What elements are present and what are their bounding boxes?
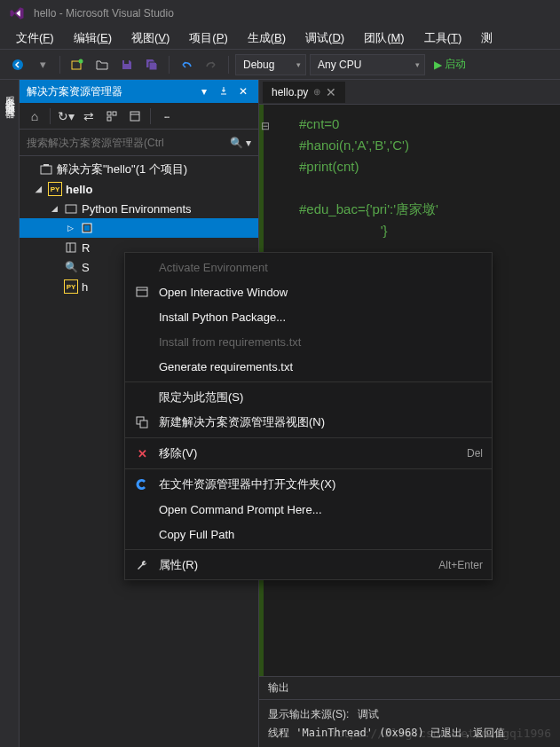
menu-item[interactable]: 调试(D)	[296, 28, 353, 49]
output-header: 输出	[259, 677, 560, 700]
refs-label: R	[82, 241, 90, 255]
svg-rect-11	[66, 205, 76, 213]
menu-item[interactable]: 生成(B)	[239, 28, 295, 49]
start-debug-button[interactable]: ▶ 启动	[429, 57, 471, 72]
context-menu-item[interactable]: Open Interactive Window	[125, 279, 492, 304]
env-folder-node[interactable]: ◢ Python Environments	[20, 199, 258, 218]
env-node[interactable]: ▷	[20, 218, 258, 238]
svg-rect-16	[137, 287, 147, 296]
project-node[interactable]: ◢ PY hello	[20, 179, 258, 199]
tab-label: hello.py	[272, 86, 308, 98]
open-file-button[interactable]	[91, 54, 113, 75]
svg-rect-14	[67, 243, 75, 252]
svg-point-0	[12, 59, 23, 70]
context-menu-item[interactable]: 在文件资源管理器中打开文件夹(X)	[125, 472, 492, 497]
menu-item-label: Generate requirements.txt	[159, 360, 483, 374]
blank-icon	[134, 334, 150, 350]
refresh-icon[interactable]: ↻▾	[56, 106, 75, 126]
undo-button[interactable]	[176, 54, 197, 75]
home-icon[interactable]: ⌂	[25, 106, 44, 126]
platform-dropdown[interactable]: Any CPU	[310, 54, 425, 75]
close-tab-icon[interactable]: ✕	[326, 85, 336, 99]
window-icon	[134, 284, 150, 300]
output-source-value[interactable]: 调试	[358, 708, 379, 720]
more-icon[interactable]: ···	[156, 106, 176, 126]
search-input[interactable]	[27, 137, 230, 149]
context-menu-item[interactable]: 新建解决方案资源管理器视图(N)	[125, 410, 492, 435]
menu-separator	[125, 381, 492, 382]
context-menu-item[interactable]: Install Python Package...	[125, 304, 492, 329]
menu-item-label: 属性(R)	[159, 557, 430, 573]
save-all-button[interactable]	[141, 54, 162, 75]
nav-fwd-button[interactable]: ▾	[32, 54, 53, 75]
env-folder-icon	[64, 201, 78, 216]
menu-item[interactable]: 项目(P)	[180, 28, 236, 49]
env-folder-label: Python Environments	[82, 202, 192, 216]
code-line: #cnt=0	[272, 114, 560, 135]
context-menu-item[interactable]: ✕移除(V)Del	[125, 441, 492, 466]
menu-item[interactable]: 测	[472, 28, 501, 49]
blank-icon	[134, 526, 150, 542]
menu-item[interactable]: 团队(M)	[355, 28, 414, 49]
blank-icon	[134, 259, 150, 275]
context-menu-item[interactable]: Open Command Prompt Here...	[125, 497, 492, 522]
menu-item[interactable]: 文件(F)	[7, 28, 63, 49]
menu-item-label: Copy Full Path	[159, 528, 483, 541]
menu-item[interactable]: 工具(T)	[415, 28, 471, 49]
pin-icon[interactable]	[216, 83, 232, 99]
search-box[interactable]: 🔍 ▾	[20, 130, 258, 156]
python-project-icon: PY	[48, 182, 62, 196]
editor-tabs: hello.py ⊕ ✕	[259, 80, 560, 105]
menu-separator	[125, 468, 492, 469]
context-menu-item[interactable]: Copy Full Path	[125, 522, 492, 546]
menu-item-label: Install Python Package...	[159, 311, 483, 324]
server-explorer-tab[interactable]: 服务器资源管理器	[0, 80, 20, 747]
menu-shortcut: Alt+Enter	[438, 559, 483, 571]
explorer-dropdown-icon[interactable]: ▾	[196, 83, 212, 99]
new-view-icon	[134, 414, 150, 430]
svg-rect-9	[41, 166, 51, 174]
svg-rect-6	[107, 117, 111, 121]
sync-icon[interactable]: ⇄	[79, 106, 99, 126]
svg-rect-13	[84, 225, 90, 231]
output-title: 输出	[268, 680, 289, 696]
menu-item-label: Open Interactive Window	[159, 286, 483, 299]
svg-rect-19	[140, 421, 147, 428]
open-folder-icon	[134, 476, 150, 492]
context-menu: Activate EnvironmentOpen Interactive Win…	[124, 252, 493, 580]
menu-item[interactable]: 视图(V)	[122, 28, 178, 49]
menu-item[interactable]: 编辑(E)	[65, 28, 121, 49]
context-menu-item[interactable]: 限定为此范围(S)	[125, 385, 492, 410]
blank-icon	[134, 501, 150, 517]
redo-button[interactable]	[201, 54, 222, 75]
search-paths-icon: 🔍	[64, 260, 78, 274]
output-body: 显示输出来源(S): 调试 线程 'MainThread' (0x968) 已退…	[259, 700, 560, 747]
context-menu-item: Install from requirements.txt	[125, 329, 492, 354]
search-icon[interactable]: 🔍 ▾	[230, 137, 251, 149]
menu-shortcut: Del	[467, 447, 483, 460]
wrench-icon	[134, 557, 150, 573]
menu-item-label: Activate Environment	[159, 261, 483, 274]
solution-node[interactable]: 解决方案"hello"(1 个项目)	[20, 160, 258, 179]
toolbar: ▾ Debug Any CPU ▶ 启动	[0, 50, 560, 80]
explorer-toolbar: ⌂ ↻▾ ⇄ ···	[20, 103, 258, 130]
new-project-button[interactable]	[67, 54, 88, 75]
explorer-header: 解决方案资源管理器 ▾ ✕	[20, 80, 258, 103]
code-line	[272, 177, 560, 199]
menu-item-label: Open Command Prompt Here...	[159, 503, 483, 516]
remove-icon: ✕	[134, 445, 150, 461]
menu-item-label: 新建解决方案资源管理器视图(N)	[159, 414, 483, 430]
context-menu-item[interactable]: Generate requirements.txt	[125, 354, 492, 379]
pin-tab-icon[interactable]: ⊕	[313, 87, 320, 97]
show-all-icon[interactable]	[102, 106, 122, 126]
nav-back-button[interactable]	[7, 54, 28, 75]
titlebar: hello - Microsoft Visual Studio	[0, 0, 560, 27]
tab-hello-py[interactable]: hello.py ⊕ ✕	[263, 82, 345, 103]
properties-icon[interactable]	[125, 106, 145, 126]
save-button[interactable]	[116, 54, 138, 75]
blank-icon	[134, 358, 150, 374]
config-dropdown[interactable]: Debug	[235, 54, 306, 75]
context-menu-item[interactable]: 属性(R)Alt+Enter	[125, 553, 492, 578]
svg-rect-5	[113, 112, 116, 115]
close-icon[interactable]: ✕	[235, 83, 251, 99]
